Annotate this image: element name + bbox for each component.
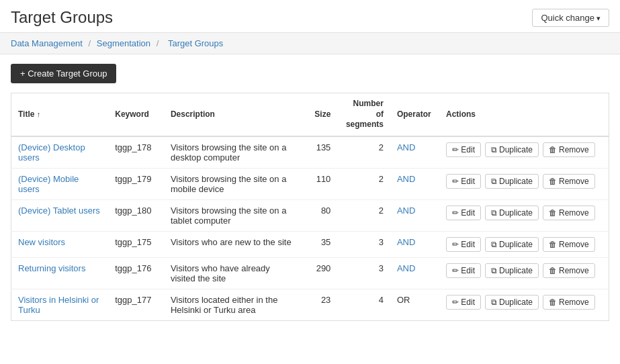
th-segments: Number of segments <box>337 93 390 136</box>
breadcrumb-separator-1: / <box>89 38 93 48</box>
cell-operator: AND <box>390 168 439 199</box>
page-header: Target Groups Quick change <box>0 0 620 32</box>
cell-keyword: tggp_176 <box>108 257 164 289</box>
target-groups-table: Title ↑ Keyword Description Size Number … <box>11 93 609 321</box>
table-row: (Device) Desktop users tggp_178 Visitors… <box>11 136 609 169</box>
table-row: (Device) Mobile users tggp_179 Visitors … <box>11 168 609 199</box>
table-row: (Device) Tablet users tggp_180 Visitors … <box>11 199 609 231</box>
title-link[interactable]: (Device) Desktop users <box>18 142 85 163</box>
th-description: Description <box>164 93 303 136</box>
cell-keyword: tggp_180 <box>108 199 164 231</box>
cell-description: Visitors located either in the Helsinki … <box>164 289 303 320</box>
cell-size: 290 <box>303 257 338 289</box>
th-title: Title ↑ <box>11 93 109 136</box>
table-row: Visitors in Helsinki or Turku tggp_177 V… <box>11 289 609 320</box>
toolbar: + Create Target Group <box>0 54 620 93</box>
cell-operator: AND <box>390 231 439 257</box>
cell-description: Visitors browsing the site on a desktop … <box>164 136 303 169</box>
cell-title: (Device) Desktop users <box>11 136 109 169</box>
cell-keyword: tggp_178 <box>108 136 164 169</box>
title-link[interactable]: Returning visitors <box>18 263 85 273</box>
remove-button[interactable]: 🗑 Remove <box>543 295 595 310</box>
remove-button[interactable]: 🗑 Remove <box>543 142 595 157</box>
th-size: Size <box>303 93 338 136</box>
edit-button[interactable]: ✏ Edit <box>446 237 481 252</box>
breadcrumb-data-management[interactable]: Data Management <box>11 38 83 48</box>
cell-segments: 2 <box>337 168 390 199</box>
table-wrapper: Title ↑ Keyword Description Size Number … <box>0 93 620 332</box>
duplicate-button[interactable]: ⧉ Duplicate <box>485 263 539 278</box>
duplicate-button[interactable]: ⧉ Duplicate <box>485 206 539 220</box>
operator-value: AND <box>397 263 415 273</box>
cell-segments: 4 <box>337 289 390 320</box>
cell-description: Visitors browsing the site on a mobile d… <box>164 168 303 199</box>
edit-button[interactable]: ✏ Edit <box>446 263 481 278</box>
cell-operator: OR <box>390 289 439 320</box>
cell-actions: ✏ Edit ⧉ Duplicate 🗑 Remove <box>439 136 609 169</box>
cell-title: (Device) Tablet users <box>11 199 109 231</box>
cell-segments: 2 <box>337 199 390 231</box>
cell-title: Returning visitors <box>11 257 109 289</box>
cell-keyword: tggp_175 <box>108 231 164 257</box>
cell-operator: AND <box>390 257 439 289</box>
cell-keyword: tggp_177 <box>108 289 164 320</box>
title-link[interactable]: New visitors <box>18 237 65 247</box>
th-operator: Operator <box>390 93 439 136</box>
cell-title: Visitors in Helsinki or Turku <box>11 289 109 320</box>
cell-size: 80 <box>303 199 338 231</box>
cell-actions: ✏ Edit ⧉ Duplicate 🗑 Remove <box>439 231 609 257</box>
quick-change-button[interactable]: Quick change <box>532 9 609 27</box>
duplicate-button[interactable]: ⧉ Duplicate <box>485 237 539 252</box>
duplicate-button[interactable]: ⧉ Duplicate <box>485 174 539 189</box>
th-actions: Actions <box>439 93 609 136</box>
cell-size: 23 <box>303 289 338 320</box>
edit-button[interactable]: ✏ Edit <box>446 295 481 310</box>
cell-description: Visitors who are new to the site <box>164 231 303 257</box>
edit-button[interactable]: ✏ Edit <box>446 206 481 220</box>
cell-operator: AND <box>390 136 439 169</box>
breadcrumb-segmentation[interactable]: Segmentation <box>97 38 150 48</box>
cell-actions: ✏ Edit ⧉ Duplicate 🗑 Remove <box>439 168 609 199</box>
create-target-group-button[interactable]: + Create Target Group <box>11 64 116 83</box>
edit-button[interactable]: ✏ Edit <box>446 142 481 157</box>
cell-actions: ✏ Edit ⧉ Duplicate 🗑 Remove <box>439 289 609 320</box>
breadcrumb: Data Management / Segmentation / Target … <box>0 32 620 54</box>
duplicate-button[interactable]: ⧉ Duplicate <box>485 142 539 157</box>
cell-size: 135 <box>303 136 338 169</box>
operator-value: AND <box>397 237 415 247</box>
remove-button[interactable]: 🗑 Remove <box>543 206 595 220</box>
cell-size: 110 <box>303 168 338 199</box>
cell-title: New visitors <box>11 231 109 257</box>
edit-button[interactable]: ✏ Edit <box>446 174 481 189</box>
cell-segments: 3 <box>337 231 390 257</box>
operator-value: OR <box>397 295 410 305</box>
title-link[interactable]: (Device) Tablet users <box>18 206 100 216</box>
cell-keyword: tggp_179 <box>108 168 164 199</box>
cell-description: Visitors browsing the site on a tablet c… <box>164 199 303 231</box>
remove-button[interactable]: 🗑 Remove <box>543 174 595 189</box>
cell-operator: AND <box>390 199 439 231</box>
operator-value: AND <box>397 206 415 216</box>
page-title: Target Groups <box>11 8 113 27</box>
table-row: Returning visitors tggp_176 Visitors who… <box>11 257 609 289</box>
th-title-label: Title <box>18 109 37 119</box>
cell-actions: ✏ Edit ⧉ Duplicate 🗑 Remove <box>439 199 609 231</box>
table-header-row: Title ↑ Keyword Description Size Number … <box>11 93 609 136</box>
cell-actions: ✏ Edit ⧉ Duplicate 🗑 Remove <box>439 257 609 289</box>
sort-icon[interactable]: ↑ <box>37 110 41 118</box>
title-link[interactable]: (Device) Mobile users <box>18 174 79 194</box>
breadcrumb-current: Target Groups <box>168 38 223 48</box>
cell-segments: 2 <box>337 136 390 169</box>
title-link[interactable]: Visitors in Helsinki or Turku <box>18 295 99 315</box>
operator-value: AND <box>397 142 415 152</box>
remove-button[interactable]: 🗑 Remove <box>543 263 595 278</box>
duplicate-button[interactable]: ⧉ Duplicate <box>485 295 539 310</box>
remove-button[interactable]: 🗑 Remove <box>543 237 595 252</box>
breadcrumb-separator-2: / <box>157 38 161 48</box>
operator-value: AND <box>397 174 415 184</box>
table-row: New visitors tggp_175 Visitors who are n… <box>11 231 609 257</box>
cell-size: 35 <box>303 231 338 257</box>
th-keyword: Keyword <box>108 93 164 136</box>
cell-title: (Device) Mobile users <box>11 168 109 199</box>
cell-description: Visitors who have already visited the si… <box>164 257 303 289</box>
